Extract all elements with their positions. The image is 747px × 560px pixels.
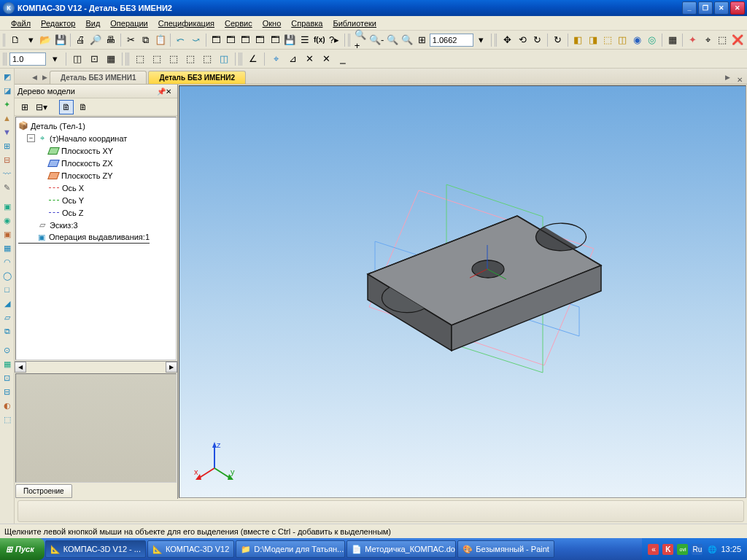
new-button[interactable]: 🗋 [9, 32, 23, 48]
tree-plane-zx[interactable]: Плоскость ZX [18, 157, 174, 169]
tray-k-icon[interactable]: K [662, 544, 673, 555]
line-weight-combo[interactable]: 1.0 [9, 52, 46, 66]
lt-a6[interactable]: ⬚ [1, 413, 14, 426]
lt-8[interactable]: 〰 [1, 167, 14, 180]
lt-fillet[interactable]: ◠ [1, 255, 14, 268]
misc2-button[interactable]: ⌖ [700, 32, 714, 48]
tray-prev-icon[interactable]: « [648, 544, 659, 555]
tree-tb-2[interactable]: ⊟▾ [34, 100, 49, 114]
lt-sketch[interactable]: ✎ [1, 181, 14, 194]
task-item-3[interactable]: 📁D:\Модели для Татьян... [236, 540, 345, 558]
lt-2[interactable]: ◪ [1, 84, 14, 97]
copy-button[interactable]: ⧉ [139, 32, 152, 48]
tab-nav-left[interactable]: ◀ [29, 71, 39, 84]
lt-1[interactable]: ◩ [1, 70, 14, 83]
tree-body[interactable]: 📦 Деталь (Тел-1) − ⌖ (т)Начало координат… [15, 117, 177, 360]
print2-button[interactable]: 🖶 [104, 32, 117, 48]
zoom-fit-button[interactable]: 🔍 [385, 32, 399, 48]
view-shaded-button[interactable]: ◉ [630, 32, 644, 48]
misc3-button[interactable]: ⬚ [716, 32, 729, 48]
lt-hole[interactable]: ◯ [1, 269, 14, 282]
tree-tb-1[interactable]: ⊞ [18, 100, 32, 114]
restore-button[interactable]: ❐ [698, 1, 713, 15]
lt-3[interactable]: ✦ [1, 98, 14, 111]
list-button[interactable]: ☰ [298, 32, 311, 48]
t2-3[interactable]: ▦ [103, 51, 119, 67]
tools1-button[interactable]: 🗔 [253, 32, 267, 48]
lt-cut[interactable]: ▣ [1, 228, 14, 241]
tree-plane-zy[interactable]: Плоскость ZY [18, 169, 174, 182]
viewport-3d[interactable]: z x y [179, 85, 746, 498]
lt-a2[interactable]: ▦ [1, 357, 14, 370]
view1-button[interactable]: ◧ [571, 32, 585, 48]
lt-a3[interactable]: ⊡ [1, 371, 14, 384]
close-button[interactable]: ✕ [730, 1, 745, 15]
undo-button[interactable]: ⤻ [188, 32, 202, 48]
scroll-right-icon[interactable]: ▶ [166, 362, 177, 373]
misc4-button[interactable]: ❌ [730, 32, 744, 48]
task-item-4[interactable]: 📄Методичка_КОМПАС.do... [347, 540, 456, 558]
lt-revolve[interactable]: ◉ [1, 214, 14, 227]
menu-service[interactable]: Сервис [220, 18, 258, 29]
task-item-1[interactable]: 📐КОМПАС-3D V12 - ... [45, 540, 146, 558]
menu-help[interactable]: Справка [286, 18, 328, 29]
lt-extrude[interactable]: ▣ [1, 200, 14, 213]
props-button[interactable]: 🗔 [209, 32, 223, 48]
lw-dd[interactable]: ▾ [47, 51, 63, 67]
zoom-all-button[interactable]: ⊞ [415, 32, 429, 48]
tab-scroll[interactable]: ▶ [722, 71, 732, 84]
t2-13[interactable]: ✕ [301, 51, 317, 67]
view3-button[interactable]: ⬚ [600, 32, 614, 48]
view4-button[interactable]: ◫ [616, 32, 630, 48]
lt-loft[interactable]: ▦ [1, 241, 14, 254]
t2-12[interactable]: ⊿ [285, 51, 301, 67]
zoom-dd[interactable]: ▾ [474, 32, 488, 48]
tray-ovi-icon[interactable]: ovi [677, 544, 688, 555]
menu-file[interactable]: Файл [6, 18, 36, 29]
t2-5[interactable]: ⬚ [149, 51, 165, 67]
tree-origin[interactable]: − ⌖ (т)Начало координат [18, 132, 174, 144]
tree-tb-3[interactable]: 🗎 [59, 100, 74, 114]
pin-icon[interactable]: 📌 [157, 88, 166, 96]
tree-hscroll[interactable]: ◀ ▶ [15, 361, 177, 373]
tree-axis-x[interactable]: Ось X [18, 182, 174, 194]
tab-2[interactable]: Деталь БЕЗ ИМЕНИ2 [148, 71, 245, 84]
misc1-button[interactable]: ✦ [686, 32, 700, 48]
zoom-out-button[interactable]: 🔍- [368, 32, 384, 48]
print-button[interactable]: 🖨 [74, 32, 88, 48]
props2-button[interactable]: 🗔 [224, 32, 238, 48]
fx-button[interactable]: f(x) [312, 32, 326, 48]
view-wire-button[interactable]: ◎ [645, 32, 659, 48]
pan-button[interactable]: ✥ [500, 32, 514, 48]
tree-feature[interactable]: ▣ Операция выдавливания:1 [18, 231, 150, 244]
lt-a5[interactable]: ◐ [1, 399, 14, 412]
tree-bottom-tab[interactable]: Построение [15, 484, 72, 498]
tree-tb-4[interactable]: 🗎 [76, 100, 90, 114]
t2-6[interactable]: ⬚ [166, 51, 182, 67]
orbit-button[interactable]: ↻ [530, 32, 544, 48]
grip-icon[interactable] [3, 34, 6, 47]
menu-operations[interactable]: Операции [105, 18, 152, 29]
t2-1[interactable]: ◫ [69, 51, 85, 67]
t2-2[interactable]: ⊡ [86, 51, 102, 67]
t2-11[interactable]: ⌖ [268, 51, 284, 67]
lt-a4[interactable]: ⊟ [1, 385, 14, 398]
minimize-button[interactable]: _ [682, 1, 697, 15]
help-button[interactable]: ?▸ [327, 32, 341, 48]
collapse-icon[interactable]: − [27, 134, 35, 142]
redraw-button[interactable]: ↻ [551, 32, 565, 48]
t2-4[interactable]: ⬚ [132, 51, 148, 67]
preview-button[interactable]: 🔎 [88, 32, 102, 48]
lt-7[interactable]: ⊟ [1, 153, 14, 166]
menu-libraries[interactable]: Библиотеки [328, 18, 382, 29]
grip2-icon[interactable] [348, 34, 351, 47]
tree-axis-z[interactable]: Ось Z [18, 206, 174, 219]
tree-root[interactable]: 📦 Деталь (Тел-1) [18, 120, 174, 132]
find-button[interactable]: ⤺ [174, 32, 187, 48]
grip3-icon[interactable] [495, 34, 498, 47]
extra-button[interactable]: ✕ [714, 1, 729, 15]
grip5-icon[interactable] [125, 52, 129, 66]
paste-button[interactable]: 📋 [153, 32, 167, 48]
task-item-5[interactable]: 🎨Безымянный - Paint [457, 540, 554, 558]
lt-6[interactable]: ⊞ [1, 139, 14, 152]
